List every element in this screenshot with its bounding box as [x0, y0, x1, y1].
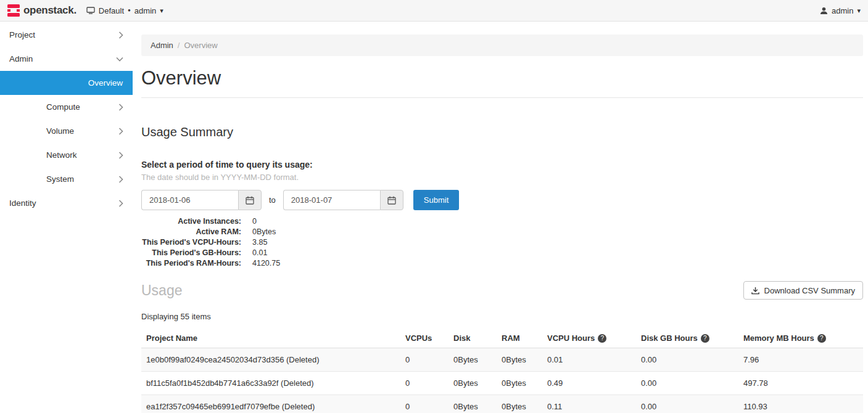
chevron-right-icon: [118, 31, 123, 39]
page-title: Overview: [141, 67, 863, 89]
sidebar-item-project[interactable]: Project: [0, 23, 133, 47]
table-row: ea1f2f357c09465eb6991edf7079efbe (Delete…: [141, 395, 863, 413]
sidebar-item-label: System: [46, 174, 74, 184]
brand[interactable]: openstack.: [7, 4, 76, 17]
column-header-ram: RAM: [497, 329, 542, 348]
chevron-right-icon: [118, 176, 123, 183]
domain-icon: [86, 7, 95, 14]
breadcrumb: Admin / Overview: [141, 35, 863, 56]
main-content: Admin / Overview Overview Usage Summary …: [133, 22, 868, 413]
cell-project-name: bf11c5fa0f1b452db4b7741a6c33a92f (Delete…: [141, 372, 400, 395]
chevron-right-icon: [118, 104, 123, 111]
stat-value: 0: [252, 216, 863, 227]
calendar-icon: [246, 196, 254, 205]
chevron-right-icon: [118, 128, 123, 135]
sidebar-nav: Project Admin Overview Compute Volume: [0, 22, 133, 413]
column-header-vcpus: VCPUs: [400, 329, 448, 348]
table-row: 1e0b0f99af0249cea24502034d73d356 (Delete…: [141, 348, 863, 372]
sidebar-item-admin[interactable]: Admin: [0, 47, 133, 71]
help-icon[interactable]: ?: [598, 334, 606, 343]
sidebar-item-system[interactable]: System: [0, 167, 133, 191]
cell-vcpu-hours: 0.11: [542, 395, 636, 413]
column-label: Disk GB Hours: [641, 333, 698, 343]
cell-disk-gb-hours: 0.00: [636, 395, 738, 413]
cell-memory-mb-hours: 497.78: [738, 372, 863, 395]
sidebar-item-overview[interactable]: Overview: [0, 71, 133, 95]
sidebar-item-label: Admin: [9, 54, 33, 63]
project-label: admin: [134, 6, 156, 15]
usage-summary-heading: Usage Summary: [141, 125, 863, 139]
cell-vcpu-hours: 0.49: [542, 372, 636, 395]
usage-stats: Active Instances: 0 Active RAM: 0Bytes T…: [141, 216, 863, 269]
end-date-calendar-button[interactable]: [380, 190, 403, 210]
column-label: VCPU Hours: [547, 333, 595, 343]
cell-ram: 0Bytes: [497, 395, 542, 413]
top-navbar: openstack. Default ● admin ▾ admin ▾: [0, 0, 868, 22]
table-header-row: Project Name VCPUs Disk RAM VCPU Hours? …: [141, 329, 863, 348]
openstack-logo-icon: [7, 4, 20, 17]
cell-ram: 0Bytes: [497, 372, 542, 395]
sidebar-item-label: Volume: [46, 126, 74, 136]
column-label: Memory MB Hours: [743, 333, 814, 343]
cell-project-name: 1e0b0f99af0249cea24502034d73d356 (Delete…: [141, 348, 400, 372]
user-icon: [820, 7, 828, 15]
end-date-input[interactable]: [283, 190, 380, 210]
table-row: bf11c5fa0f1b452db4b7741a6c33a92f (Delete…: [141, 372, 863, 395]
end-date-group: [283, 190, 403, 210]
stat-value: 4120.75: [252, 258, 863, 269]
start-date-group: [141, 190, 262, 210]
sidebar-item-label: Identity: [9, 198, 36, 208]
stat-label: This Period's GB-Hours:: [141, 248, 241, 258]
to-label: to: [269, 195, 276, 205]
sidebar-item-compute[interactable]: Compute: [0, 95, 133, 119]
usage-heading: Usage: [141, 282, 182, 299]
sidebar-item-label: Network: [46, 150, 77, 160]
help-icon[interactable]: ?: [701, 334, 709, 343]
breadcrumb-current: Overview: [184, 41, 217, 50]
stat-value: 0.01: [252, 248, 863, 258]
column-header-project-name: Project Name: [141, 329, 400, 348]
cell-memory-mb-hours: 110.93: [738, 395, 863, 413]
column-header-disk: Disk: [448, 329, 497, 348]
start-date-input[interactable]: [141, 190, 238, 210]
cell-disk: 0Bytes: [448, 395, 497, 413]
chevron-right-icon: [118, 152, 123, 159]
user-label: admin: [832, 6, 853, 15]
sidebar-item-label: Project: [9, 30, 35, 39]
stat-label: This Period's VCPU-Hours:: [141, 237, 241, 248]
chevron-down-icon: [116, 57, 123, 62]
column-header-memory-mb-hours: Memory MB Hours?: [738, 329, 863, 348]
cell-vcpus: 0: [400, 372, 448, 395]
download-csv-label: Download CSV Summary: [764, 286, 855, 295]
download-csv-button[interactable]: Download CSV Summary: [743, 281, 863, 300]
column-label: RAM: [502, 333, 520, 343]
cell-disk-gb-hours: 0.00: [636, 348, 738, 372]
usage-table: Project Name VCPUs Disk RAM VCPU Hours? …: [141, 329, 863, 413]
user-menu[interactable]: admin ▾: [820, 6, 861, 15]
period-prompt: Select a period of time to query its usa…: [141, 160, 863, 170]
sidebar-item-identity[interactable]: Identity: [0, 191, 133, 215]
cell-disk: 0Bytes: [448, 348, 497, 372]
sidebar-item-network[interactable]: Network: [0, 143, 133, 167]
help-icon[interactable]: ?: [817, 334, 826, 343]
start-date-calendar-button[interactable]: [238, 190, 262, 210]
caret-down-icon: ▾: [857, 7, 861, 14]
context-switcher[interactable]: Default ● admin ▾: [86, 6, 163, 15]
cell-memory-mb-hours: 7.96: [738, 348, 863, 372]
stat-label: This Period's RAM-Hours:: [141, 258, 241, 269]
sidebar-item-volume[interactable]: Volume: [0, 119, 133, 143]
stat-label: Active RAM:: [141, 227, 241, 237]
cell-vcpus: 0: [400, 395, 448, 413]
period-hint: The date should be in YYYY-MM-DD format.: [141, 173, 863, 182]
submit-button[interactable]: Submit: [413, 190, 459, 210]
project-dot-icon: ●: [128, 8, 131, 13]
cell-disk-gb-hours: 0.00: [636, 372, 738, 395]
stat-label: Active Instances:: [141, 216, 241, 227]
column-label: Project Name: [146, 333, 197, 343]
breadcrumb-admin[interactable]: Admin: [151, 41, 173, 50]
column-header-vcpu-hours: VCPU Hours?: [542, 329, 636, 348]
caret-down-icon: ▾: [160, 7, 163, 14]
stat-value: 0Bytes: [252, 227, 863, 237]
calendar-icon: [387, 196, 396, 205]
cell-vcpus: 0: [400, 348, 448, 372]
